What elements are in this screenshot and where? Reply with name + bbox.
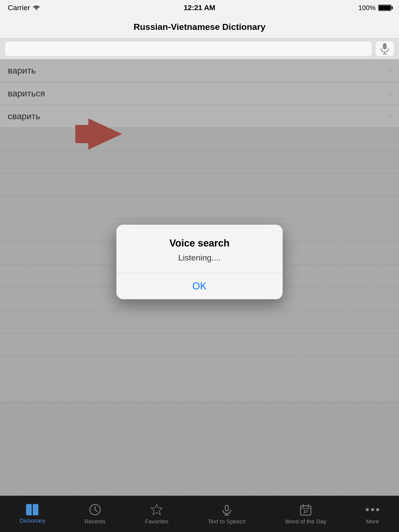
dialog-overlay: Voice search Listening.... OK — [0, 59, 399, 516]
nav-bar: Russian-Vietnamese Dictionary — [0, 16, 399, 38]
favorites-icon — [150, 503, 163, 516]
tab-wotd[interactable]: 27 Word of the Day — [285, 503, 327, 525]
tab-wotd-label: Word of the Day — [285, 518, 327, 525]
dialog-button-row: OK — [116, 273, 283, 299]
dialog-content: Voice search Listening.... — [116, 225, 283, 273]
microphone-icon — [380, 43, 389, 55]
tab-favorites[interactable]: Favorites — [145, 503, 168, 525]
more-dots-icon — [366, 503, 379, 516]
tab-dictionary[interactable]: Dictionary — [20, 504, 45, 524]
tab-favorites-label: Favorites — [145, 518, 168, 525]
wifi-icon — [33, 5, 40, 10]
tab-recents-label: Recents — [85, 518, 106, 525]
recents-icon — [89, 503, 102, 516]
search-bar — [0, 38, 399, 59]
dialog-ok-button[interactable]: OK — [116, 273, 283, 299]
svg-rect-6 — [225, 505, 228, 511]
status-time: 12:21 AM — [184, 4, 215, 12]
tab-tts-label: Text to Speech — [208, 518, 246, 525]
tab-more[interactable]: More — [366, 503, 379, 525]
dialog-title: Voice search — [127, 238, 272, 249]
carrier-label: Carrier — [8, 4, 40, 12]
status-bar: Carrier 12:21 AM 100% — [0, 0, 399, 16]
tab-dictionary-label: Dictionary — [20, 517, 45, 524]
svg-rect-0 — [383, 43, 387, 49]
main-content: варить › вариться › сварить › Voice sear… — [0, 59, 399, 516]
wotd-icon: 27 — [299, 503, 312, 516]
tab-recents[interactable]: Recents — [85, 503, 106, 525]
dialog-message: Listening.... — [127, 253, 272, 263]
nav-title: Russian-Vietnamese Dictionary — [134, 22, 265, 32]
voice-search-dialog: Voice search Listening.... OK — [116, 225, 283, 299]
status-right: 100% — [358, 4, 391, 12]
battery-percentage: 100% — [358, 4, 376, 12]
search-input[interactable] — [5, 42, 372, 56]
tab-more-label: More — [366, 518, 379, 525]
tab-bar: Dictionary Recents Favorites Text to Spe… — [0, 496, 399, 532]
battery-icon — [378, 5, 391, 11]
tab-tts[interactable]: Text to Speech — [208, 503, 246, 525]
svg-text:27: 27 — [303, 509, 308, 514]
mic-button[interactable] — [376, 42, 394, 56]
tts-icon — [220, 503, 233, 516]
svg-marker-5 — [151, 504, 162, 515]
book-icon — [26, 504, 39, 515]
